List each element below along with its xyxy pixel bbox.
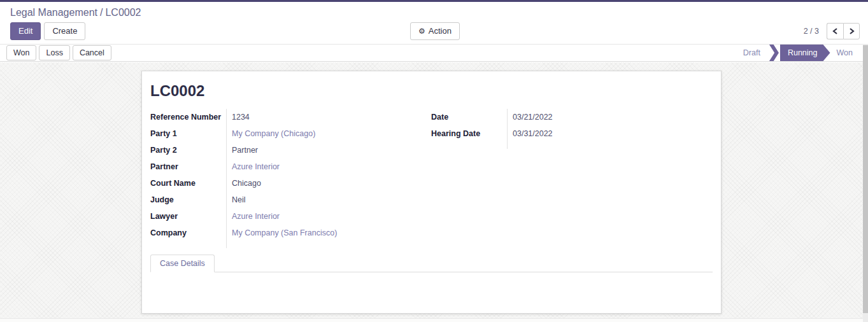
won-button[interactable]: Won xyxy=(6,45,36,60)
field-label: Court Name xyxy=(150,175,227,192)
breadcrumb: Legal Management/LC0002 xyxy=(10,7,141,18)
breadcrumb-separator: / xyxy=(97,7,105,18)
field-groups: Reference Number 1234 Party 1 My Company… xyxy=(150,109,713,248)
field-label: Partner xyxy=(150,158,227,175)
breadcrumb-row: Legal Management/LC0002 xyxy=(0,2,868,18)
field-group-left: Reference Number 1234 Party 1 My Company… xyxy=(150,109,421,248)
field-label: Judge xyxy=(150,192,227,208)
field-group-spacer xyxy=(431,142,713,149)
bottom-edge-strip xyxy=(0,318,863,322)
scrollbar-thumb[interactable] xyxy=(863,45,868,313)
field-value-judge: Neil xyxy=(227,192,421,208)
edit-button[interactable]: Edit xyxy=(10,22,41,40)
form-view-background: LC0002 Reference Number 1234 Party 1 My … xyxy=(0,62,868,322)
pager-counter: 2 / 3 xyxy=(804,27,819,36)
field-row-partner: Partner Azure Interior xyxy=(150,158,421,175)
pager-next-button[interactable] xyxy=(843,23,860,39)
field-label: Date xyxy=(431,109,508,125)
loss-button[interactable]: Loss xyxy=(39,45,69,60)
breadcrumb-item-current: LC0002 xyxy=(105,7,141,18)
control-panel-left: Edit Create xyxy=(10,22,294,40)
field-label: Party 2 xyxy=(150,142,227,158)
field-value-reference-number: 1234 xyxy=(227,109,421,125)
field-label: Lawyer xyxy=(150,208,227,225)
field-label: Company xyxy=(150,225,227,241)
statusbar: Draft Running Won xyxy=(737,45,859,61)
pager-previous-button[interactable] xyxy=(827,23,843,39)
tab-header: Case Details xyxy=(150,255,713,272)
chevron-right-icon xyxy=(849,28,855,34)
statusbar-stage-running-active[interactable]: Running xyxy=(780,45,830,61)
form-sheet: LC0002 Reference Number 1234 Party 1 My … xyxy=(141,71,722,314)
field-label: Party 1 xyxy=(150,125,227,142)
field-row-reference-number: Reference Number 1234 xyxy=(150,109,421,125)
cancel-button[interactable]: Cancel xyxy=(73,45,111,60)
field-row-lawyer: Lawyer Azure Interior xyxy=(150,208,421,225)
create-button[interactable]: Create xyxy=(44,22,85,40)
vertical-scrollbar[interactable] xyxy=(863,44,868,322)
action-button[interactable]: ⚙ Action xyxy=(410,22,460,40)
statusbar-stage-won[interactable]: Won xyxy=(830,45,859,61)
notebook: Case Details xyxy=(150,255,713,313)
field-row-date: Date 03/21/2022 xyxy=(431,109,713,125)
field-row-court-name: Court Name Chicago xyxy=(150,175,421,192)
field-group-right: Date 03/21/2022 Hearing Date 03/31/2022 xyxy=(431,109,713,248)
field-value-party2: Partner xyxy=(227,142,421,158)
control-panel-right: 2 / 3 xyxy=(576,23,860,39)
breadcrumb-item-legal-management[interactable]: Legal Management xyxy=(10,7,97,18)
field-row-party1: Party 1 My Company (Chicago) xyxy=(150,125,421,142)
action-button-label: Action xyxy=(429,26,452,36)
statusbar-stage-draft[interactable]: Draft xyxy=(737,45,767,61)
field-row-party2: Party 2 Partner xyxy=(150,142,421,158)
action-status-row: Won Loss Cancel Draft Running Won xyxy=(0,44,868,62)
field-value-party1-link[interactable]: My Company (Chicago) xyxy=(227,125,421,142)
record-title: LC0002 xyxy=(150,81,713,100)
chevron-left-icon xyxy=(832,28,838,34)
control-panel-center: ⚙ Action xyxy=(294,22,577,40)
field-value-lawyer-link[interactable]: Azure Interior xyxy=(227,208,421,225)
field-value-hearing-date: 03/31/2022 xyxy=(508,125,713,142)
field-row-hearing-date: Hearing Date 03/31/2022 xyxy=(431,125,713,142)
tab-case-details[interactable]: Case Details xyxy=(150,255,215,272)
statusbar-chevron-icon xyxy=(769,45,779,61)
field-group-spacer xyxy=(150,241,421,248)
field-row-company: Company My Company (San Francisco) xyxy=(150,225,421,241)
gear-icon: ⚙ xyxy=(418,27,425,35)
field-label: Hearing Date xyxy=(431,125,508,142)
pager-buttons xyxy=(827,23,860,39)
field-value-court-name: Chicago xyxy=(227,175,421,192)
workflow-buttons: Won Loss Cancel xyxy=(6,45,111,61)
field-value-date: 03/21/2022 xyxy=(508,109,713,125)
control-panel: Edit Create ⚙ Action 2 / 3 xyxy=(0,18,868,44)
field-label: Reference Number xyxy=(150,109,227,125)
field-value-partner-link[interactable]: Azure Interior xyxy=(227,158,421,175)
tab-content-case-details xyxy=(150,272,713,313)
field-value-company-link[interactable]: My Company (San Francisco) xyxy=(227,225,421,241)
field-row-judge: Judge Neil xyxy=(150,192,421,208)
